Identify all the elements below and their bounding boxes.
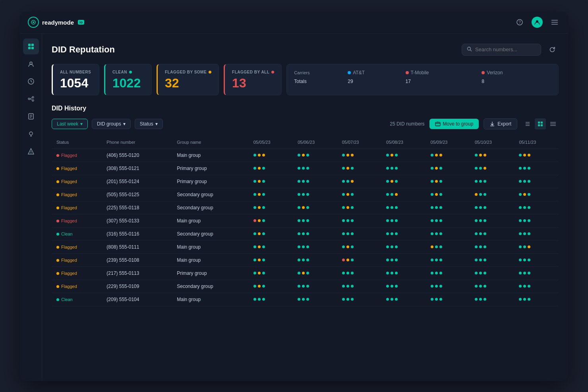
carrier-status-dot	[262, 154, 265, 156]
stat-flagged-all-value: 13	[232, 77, 274, 89]
carrier-status-dot	[302, 298, 305, 301]
svg-point-12	[30, 62, 32, 64]
sidebar-item-clock[interactable]	[23, 73, 39, 89]
sidebar-item-routes[interactable]	[23, 91, 39, 107]
cell-dots-0	[249, 188, 293, 201]
carrier-status-dot	[262, 272, 265, 274]
carrier-status-dot	[431, 272, 433, 274]
menu-icon[interactable]	[549, 17, 560, 28]
carrier-status-dot	[475, 154, 478, 156]
col-header-2: Group name	[172, 136, 248, 149]
carrier-status-dot	[342, 259, 345, 261]
carrier-status-dot	[258, 232, 261, 235]
carrier-status-dot	[479, 154, 482, 156]
carrier-status-dot	[386, 193, 389, 196]
svg-rect-33	[435, 122, 440, 126]
carrier-status-dot	[302, 167, 305, 170]
export-button[interactable]: Export	[484, 118, 517, 129]
carrier-status-dot	[253, 298, 256, 301]
table-row: Flagged(201) 555-0124Primary group	[52, 175, 559, 188]
sidebar-item-integrations[interactable]	[23, 143, 39, 159]
cell-dots-4	[426, 149, 470, 162]
carrier-status-dot	[395, 219, 398, 222]
search-input[interactable]	[475, 46, 536, 52]
cell-dots-5	[470, 227, 514, 240]
cell-dots-3	[381, 214, 426, 227]
carrier-status-dot	[484, 285, 486, 288]
logo-text: readymode	[42, 19, 74, 26]
cell-status: Flagged	[52, 201, 102, 214]
carrier-status-dot	[253, 232, 256, 235]
cell-dots-4	[426, 214, 470, 227]
cell-dots-4	[426, 188, 470, 201]
carrier-status-dot	[342, 180, 345, 183]
svg-line-19	[30, 98, 32, 99]
carrier-status-dot	[302, 245, 305, 248]
cell-dots-2	[337, 266, 381, 280]
carrier-status-dot	[439, 285, 442, 288]
refresh-button[interactable]	[546, 43, 559, 56]
cell-dots-5	[470, 149, 514, 162]
carrier-status-dot	[306, 285, 309, 288]
carrier-status-dot	[253, 180, 256, 183]
status-badge: Flagged	[56, 258, 77, 263]
carrier-status-dot	[484, 272, 486, 274]
cell-status: Clean	[52, 227, 102, 240]
status-dot	[56, 154, 59, 157]
cell-dots-5	[470, 280, 514, 293]
cell-dots-0	[249, 293, 293, 306]
cell-dots-1	[293, 240, 337, 253]
sidebar-item-insights[interactable]	[23, 126, 39, 142]
carrier-status-dot	[479, 180, 482, 183]
carrier-status-dot	[431, 167, 433, 170]
cell-dots-0	[249, 162, 293, 175]
filter-groups[interactable]: DID groups ▾	[92, 119, 131, 129]
carrier-status-dot	[523, 206, 526, 209]
sidebar-item-reports[interactable]	[23, 108, 39, 124]
cell-dots-4	[426, 201, 470, 214]
cell-dots-1	[293, 266, 337, 280]
help-icon[interactable]: ?	[514, 17, 525, 28]
carrier-status-dot	[386, 232, 389, 235]
sidebar-item-contacts[interactable]	[23, 56, 39, 72]
carrier-status-dot	[528, 285, 530, 288]
carrier-status-dot	[298, 259, 300, 261]
filter-time[interactable]: Last week ▾	[52, 119, 88, 129]
stat-clean-value: 1022	[112, 77, 144, 89]
carrier-status-dot	[386, 259, 389, 261]
carrier-status-dot	[386, 154, 389, 156]
carrier-status-dot	[342, 154, 345, 156]
carrier-status-dot	[479, 259, 482, 261]
cell-dots-2	[337, 201, 381, 214]
search-box[interactable]	[462, 44, 541, 56]
carrier-status-dot	[253, 154, 256, 156]
carrier-status-dot	[439, 272, 442, 274]
carrier-status-dot	[346, 232, 349, 235]
carrier-status-dot	[351, 167, 354, 170]
carrier-status-dot	[528, 298, 530, 301]
view-table-icon[interactable]	[535, 118, 546, 129]
sidebar-item-did[interactable]	[23, 39, 39, 54]
carrier-status-dot	[435, 193, 438, 196]
filter-status[interactable]: Status ▾	[135, 119, 163, 129]
view-options-icon[interactable]	[547, 118, 559, 129]
view-list-icon[interactable]	[522, 118, 533, 129]
user-avatar[interactable]	[532, 17, 543, 28]
carrier-status-dot	[351, 272, 354, 274]
cell-dots-5	[470, 240, 514, 253]
carrier-status-dot	[351, 219, 354, 222]
move-to-group-button[interactable]: Move to group	[429, 119, 479, 129]
table-row: Flagged(808) 555-0111Main group	[52, 240, 559, 253]
carrier-status-dot	[342, 206, 345, 209]
carrier-status-dot	[435, 272, 438, 274]
carrier-status-dot	[391, 259, 393, 261]
cell-group: Secondary group	[172, 188, 248, 201]
carrier-status-dot	[302, 259, 305, 261]
table-row: Flagged(308) 555-0121Primary group	[52, 162, 559, 175]
stat-flagged-some: FLAGGED BY SOME 32	[157, 64, 219, 95]
carrier-status-dot	[431, 298, 433, 301]
carrier-status-dot	[484, 154, 486, 156]
cell-status: Flagged	[52, 253, 102, 266]
status-dot	[56, 193, 59, 196]
carrier-status-dot	[519, 180, 522, 183]
